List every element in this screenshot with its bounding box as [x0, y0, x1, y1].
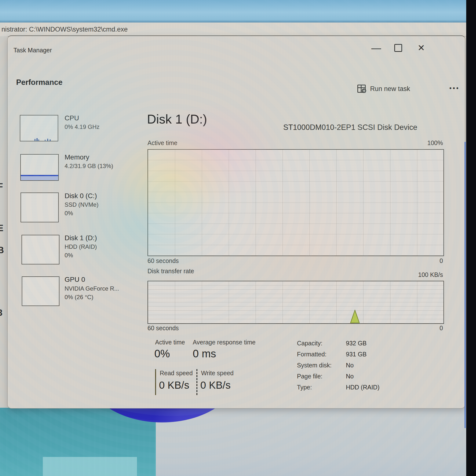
edge-text-fragment: F [0, 182, 3, 192]
sidebar-item-title: Memory [65, 153, 89, 161]
avg-response-stat-value: 0 ms [193, 348, 216, 360]
sidebar-item-detail: 0% [65, 210, 73, 217]
disk-device-name: ST1000DM010-2EP1 SCSI Disk Device [283, 123, 417, 132]
detail-label: Type: [297, 382, 346, 393]
detail-value: 931 GB [346, 349, 380, 360]
background-left-strip [0, 36, 7, 408]
memory-usage-bar [21, 175, 58, 180]
minimize-button[interactable]: — [369, 42, 383, 54]
monitor-bezel [466, 0, 476, 476]
run-new-task-label: Run new task [370, 85, 410, 93]
read-speed-legend-bar [155, 369, 156, 395]
active-time-chart [148, 149, 444, 256]
detail-value: No [346, 371, 380, 382]
disk-page-title: Disk 1 (D:) [147, 112, 207, 126]
edge-text-fragment: 3 [0, 308, 3, 318]
detail-value: HDD (RAID) [346, 382, 380, 393]
transfer-xaxis: 60 seconds 0 [148, 324, 443, 332]
maximize-button[interactable] [391, 42, 405, 54]
avg-response-stat-label: Average response time [193, 339, 255, 346]
more-options-icon[interactable]: ••• [449, 85, 459, 92]
active-time-stat-label: Active time [155, 339, 185, 346]
active-time-stat-value: 0% [154, 348, 170, 360]
active-time-ymax-label: 100% [427, 139, 443, 147]
disk-details-table: Capacity: 932 GB Formatted: 931 GB Syste… [297, 338, 380, 393]
active-time-chart-label: Active time [148, 139, 177, 147]
write-speed-value: 0 KB/s [200, 379, 231, 391]
write-speed-label: Write speed [201, 370, 234, 377]
sidebar-item-title: GPU 0 [65, 276, 85, 284]
active-time-xaxis: 60 seconds 0 [148, 257, 443, 264]
cpu-mini-graph [20, 115, 58, 141]
edge-text-fragment: E [0, 223, 3, 233]
detail-value: No [346, 360, 380, 371]
page-title: Performance [16, 78, 63, 87]
sidebar-item-detail: 0% (26 °C) [65, 294, 93, 301]
read-speed-value: 0 KB/s [159, 379, 189, 391]
sidebar-item-title: Disk 0 (C:) [65, 192, 97, 200]
sidebar-item-detail: NVIDIA GeForce R... [65, 285, 119, 292]
memory-mini-graph [20, 154, 59, 181]
window-title: Task Manager [14, 47, 52, 54]
cmd-window-title: nistrator: C:\WINDOWS\system32\cmd.exe [1, 26, 128, 33]
sidebar-item-detail: 4.2/31.9 GB (13%) [65, 163, 113, 170]
detail-label: System disk: [297, 360, 346, 371]
desktop-top-strip [0, 0, 476, 22]
active-time-axis-header: Active time 100% [148, 139, 443, 147]
write-speed-legend-bar [196, 369, 197, 395]
detail-value: 932 GB [346, 338, 380, 349]
monitor-edge-blue-line [464, 142, 466, 428]
transfer-rate-chart [148, 281, 444, 324]
screen-photo: nistrator: C:\WINDOWS\system32\cmd.exe F… [0, 0, 476, 476]
sidebar-item-detail: 0% [65, 252, 73, 259]
disk0-mini-graph [20, 192, 59, 222]
sidebar-item-title: CPU [65, 114, 79, 122]
transfer-ymin-label: 0 [440, 324, 443, 332]
sidebar-item-detail: HDD (RAID) [65, 243, 97, 250]
cmd-window-titlebar[interactable]: nistrator: C:\WINDOWS\system32\cmd.exe [0, 22, 476, 36]
read-speed-label: Read speed [160, 370, 193, 377]
disk1-mini-graph [21, 235, 59, 264]
transfer-spike-marker [350, 310, 360, 323]
task-manager-window: Task Manager — ✕ Performance Run new tas… [7, 35, 465, 408]
xaxis-span-label: 60 seconds [148, 324, 179, 332]
maximize-icon [394, 44, 402, 52]
close-button[interactable]: ✕ [414, 42, 428, 54]
detail-label: Formatted: [297, 349, 346, 360]
detail-label: Capacity: [297, 338, 346, 349]
sidebar-item-detail: SSD (NVMe) [65, 201, 99, 208]
run-new-task-icon [357, 85, 366, 93]
sidebar-item-detail: 0% 4.19 GHz [65, 123, 100, 130]
gpu-mini-graph [22, 276, 59, 306]
xaxis-span-label: 60 seconds [148, 257, 179, 264]
active-time-ymin-label: 0 [440, 257, 443, 264]
transfer-ymax-label: 100 KB/s [148, 271, 443, 278]
desktop-area [0, 408, 466, 476]
edge-text-fragment: B [0, 245, 3, 255]
sidebar-item-title: Disk 1 (D:) [65, 234, 97, 242]
detail-label: Page file: [297, 371, 346, 382]
run-new-task-button[interactable]: Run new task [357, 83, 410, 95]
